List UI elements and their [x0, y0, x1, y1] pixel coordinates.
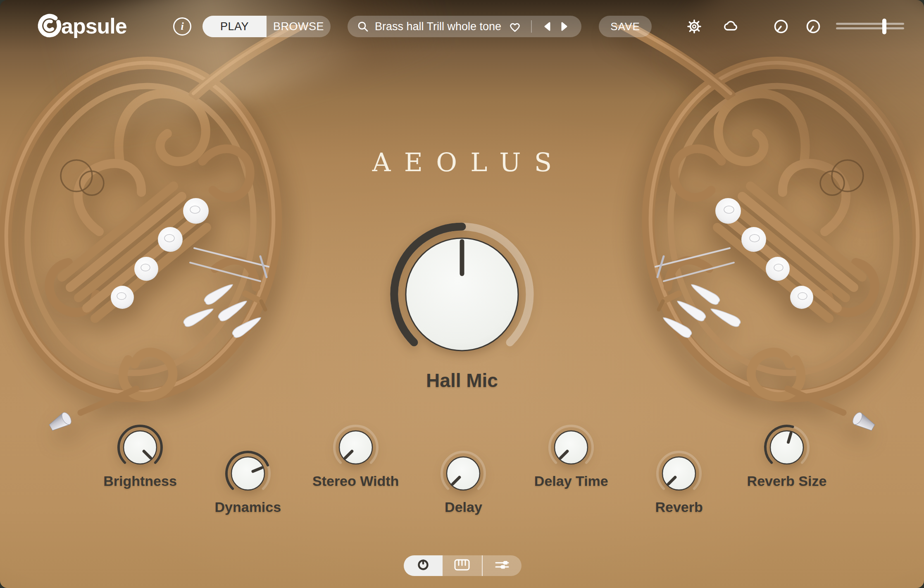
macro-knob-row: Brightness Dynamics Stereo Width Delay D… [90, 423, 836, 515]
keyboard-icon [454, 559, 470, 573]
mixer-icon [495, 559, 510, 572]
gear-icon[interactable] [685, 17, 703, 36]
volume-slider[interactable] [836, 17, 904, 36]
knob-slot-delay: Delay [414, 449, 513, 515]
knob-label: Reverb [655, 499, 703, 515]
knob-label: Stereo Width [312, 473, 399, 489]
knob-label: Brightness [103, 473, 177, 489]
reverb-knob[interactable] [654, 449, 704, 498]
knob-slot-brightness: Brightness [90, 423, 190, 515]
view-tabs: PLAY BROWSE [202, 16, 331, 37]
knob-slot-delay-time: Delay Time [522, 423, 621, 515]
knob-slot-reverb: Reverb [629, 449, 729, 515]
keyboard-view-button[interactable] [443, 555, 481, 576]
info-glyph: i [181, 20, 183, 33]
hall-mic-knob[interactable] [388, 220, 536, 369]
preset-search-bar[interactable]: Brass hall Trill whole tone [348, 16, 581, 37]
delay-knob[interactable] [438, 449, 488, 498]
save-button[interactable]: SAVE [599, 16, 652, 37]
info-icon[interactable]: i [173, 17, 191, 36]
brightness-knob[interactable] [115, 423, 165, 472]
stereo-width-knob[interactable] [331, 423, 381, 472]
volume-slider-handle[interactable] [882, 19, 886, 34]
divider [531, 20, 532, 33]
view-switch [404, 555, 522, 576]
knob-slot-stereo-width: Stereo Width [306, 423, 405, 515]
knob-slot-dynamics: Dynamics [198, 449, 298, 515]
slider-track [836, 27, 904, 29]
prev-arrow-icon[interactable] [539, 19, 556, 34]
search-icon [357, 20, 369, 33]
knob-b-icon[interactable] [804, 17, 822, 36]
knob-slot-reverb-size: Reverb Size [737, 423, 836, 515]
cloud-icon[interactable] [722, 17, 740, 36]
next-arrow-icon[interactable] [556, 19, 572, 34]
capsule-logo: apsule [35, 11, 146, 41]
knob-view-icon [417, 558, 430, 573]
preset-name: Brass hall Trill whole tone [375, 20, 501, 33]
dynamics-knob[interactable] [223, 449, 273, 498]
knob-label: Delay [445, 499, 482, 515]
knob-a-icon[interactable] [772, 17, 790, 36]
plugin-window: apsule i PLAY BROWSE Brass hall Trill wh… [0, 0, 924, 588]
knob-view-button[interactable] [404, 555, 443, 576]
header: apsule i PLAY BROWSE Brass hall Trill wh… [0, 0, 924, 45]
knob-label: Reverb Size [747, 473, 827, 489]
main-knob-label: Hall Mic [0, 369, 924, 392]
knob-label: Dynamics [215, 499, 281, 515]
slider-track [836, 23, 904, 25]
mixer-view-button[interactable] [482, 555, 522, 576]
delay-time-knob[interactable] [546, 423, 596, 472]
svg-text:apsule: apsule [61, 14, 127, 38]
instrument-title: AEOLUS [0, 147, 924, 177]
heart-icon[interactable] [508, 20, 522, 33]
tab-play[interactable]: PLAY [202, 16, 267, 37]
knob-label: Delay Time [534, 473, 608, 489]
reverb-size-knob[interactable] [762, 423, 812, 472]
tab-browse[interactable]: BROWSE [267, 16, 331, 37]
